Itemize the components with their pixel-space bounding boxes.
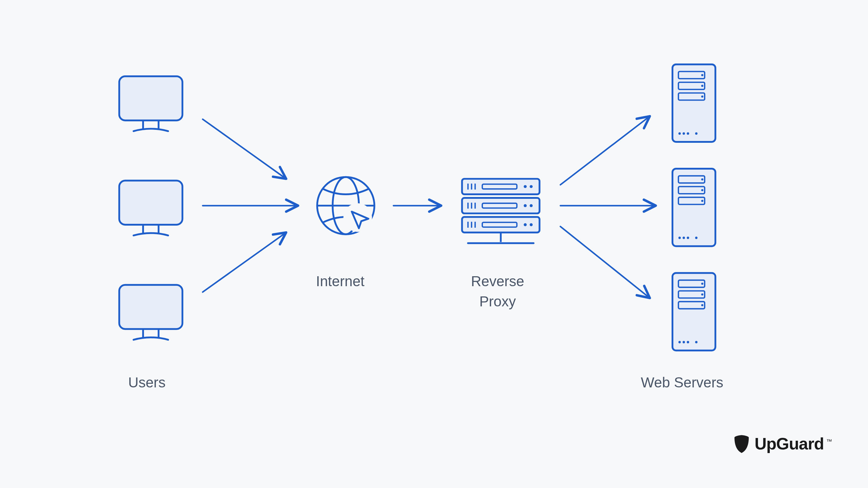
svg-point-63 (701, 294, 703, 296)
svg-point-55 (683, 237, 685, 239)
svg-point-51 (701, 178, 703, 180)
brand-logo: UpGuard ™ (733, 434, 832, 453)
reverse-proxy-label: Reverse Proxy (471, 271, 524, 311)
arrow-user1-internet (203, 119, 286, 179)
shield-icon (733, 434, 750, 453)
svg-rect-20 (462, 198, 539, 213)
svg-rect-27 (462, 217, 539, 232)
globe-icon (317, 177, 374, 234)
svg-point-19 (530, 185, 533, 188)
trademark-symbol: ™ (826, 438, 832, 445)
svg-point-18 (524, 185, 527, 188)
tower-icon (673, 169, 715, 246)
svg-point-33 (530, 223, 533, 226)
svg-point-44 (683, 132, 685, 135)
monitor-icon (119, 76, 183, 131)
arrow-proxy-server3 (560, 226, 650, 298)
svg-rect-3 (119, 181, 183, 225)
svg-point-42 (701, 95, 703, 98)
users-label: Users (128, 373, 165, 393)
server-stack-icon (462, 179, 539, 243)
brand-name: UpGuard (754, 434, 824, 453)
svg-point-54 (679, 237, 681, 239)
reverse-proxy-diagram (0, 0, 868, 487)
svg-point-32 (524, 223, 527, 226)
internet-label: Internet (316, 271, 365, 291)
monitor-icon (119, 285, 183, 340)
web-servers-label: Web Servers (641, 373, 723, 393)
svg-point-65 (679, 341, 681, 343)
users-group (119, 76, 183, 340)
svg-point-52 (701, 189, 703, 191)
svg-point-66 (683, 341, 685, 343)
svg-point-25 (524, 204, 527, 207)
svg-point-57 (695, 237, 698, 239)
svg-point-56 (687, 237, 689, 239)
svg-rect-0 (119, 76, 183, 120)
svg-rect-13 (462, 179, 539, 194)
svg-point-68 (695, 341, 698, 343)
svg-point-67 (687, 341, 689, 343)
svg-point-43 (679, 132, 681, 135)
svg-point-64 (701, 304, 703, 306)
tower-icon (673, 273, 715, 350)
arrow-user3-internet (203, 233, 286, 292)
svg-point-46 (695, 132, 698, 135)
svg-point-62 (701, 282, 703, 285)
arrow-proxy-server1 (560, 116, 650, 185)
svg-rect-6 (119, 285, 183, 329)
svg-point-40 (701, 74, 703, 76)
svg-point-53 (701, 200, 703, 202)
monitor-icon (119, 181, 183, 236)
tower-icon (673, 64, 715, 142)
web-servers-group (673, 64, 715, 350)
svg-point-45 (687, 132, 689, 135)
svg-point-26 (530, 204, 533, 207)
svg-point-41 (701, 85, 703, 87)
